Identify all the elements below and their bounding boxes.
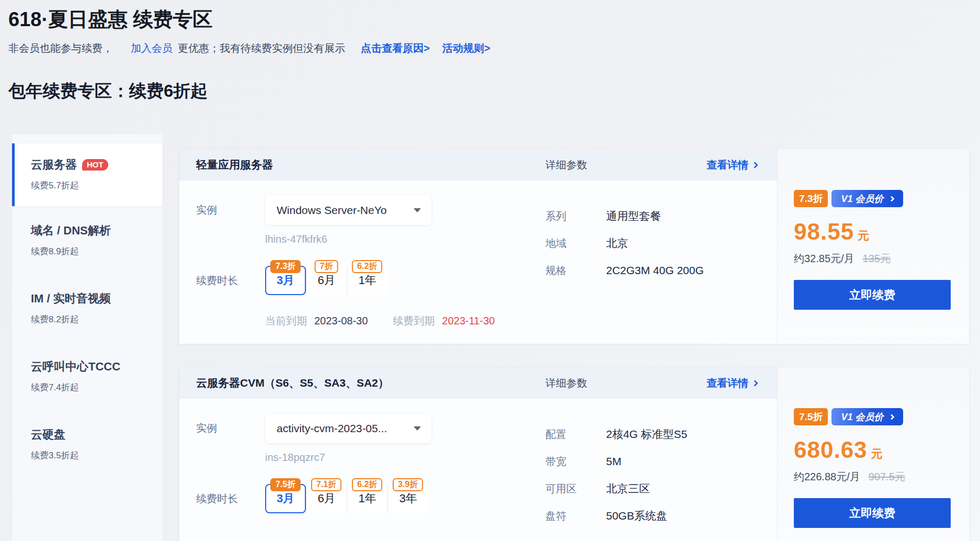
product-card-lighthouse: 轻量应用服务器 详细参数 查看详情 实例 Windows Ser (179, 149, 969, 344)
spec-column: 系列 通用型套餐 地域 北京 规格 2C2G3M 40G 200G (545, 195, 777, 328)
period-option-6m[interactable]: 7.1折 6月 (306, 484, 347, 513)
sidebar-item-title: 云硬盘 (31, 427, 152, 443)
sidebar-item-label: 云呼叫中心TCCC (31, 359, 120, 375)
instance-select-value: activity-cvm-2023-05... (277, 422, 387, 435)
sidebar-item-tccc[interactable]: 云呼叫中心TCCC 续费7.4折起 (12, 342, 163, 410)
spec-label: 盘符 (545, 509, 606, 523)
card-title: 轻量应用服务器 (196, 157, 273, 172)
spec-value: 2核4G 标准型S5 (606, 427, 687, 442)
spec-value: 5M (606, 455, 621, 468)
spec-row: 系列 通用型套餐 (545, 202, 777, 230)
spec-value: 北京三区 (606, 481, 650, 496)
view-detail-link[interactable]: 查看详情 (706, 376, 757, 390)
sidebar-item-label: 云服务器 (31, 157, 77, 173)
member-price-badge[interactable]: V1 会员价 (831, 408, 903, 425)
period-option-1y[interactable]: 6.2折 1年 (347, 484, 388, 513)
price-badges: 7.3折 V1 会员价 (794, 190, 969, 207)
card-body: 实例 activity-cvm-2023-05... ins-18pqzrc7 … (179, 399, 777, 541)
spec-value: 2C2G3M 40G 200G (606, 264, 704, 277)
period-option-1y[interactable]: 6.2折 1年 (347, 266, 388, 295)
spec-row: 规格 2C2G3M 40G 200G (545, 257, 777, 284)
view-detail-link[interactable]: 查看详情 (706, 158, 757, 172)
chevron-down-icon (414, 426, 421, 431)
instance-label: 实例 (196, 421, 265, 435)
price-panel: 7.5折 V1 会员价 680.63 元 约226.88元/月 907.5元 (777, 367, 969, 541)
discount-badge: 6.2折 (352, 260, 382, 273)
hot-badge: HOT (82, 159, 108, 171)
spec-label: 系列 (545, 209, 606, 223)
view-reason-link[interactable]: 点击查看原因> (361, 41, 430, 55)
original-price: 135元 (863, 252, 891, 266)
product-card-cvm: 云服务器CVM（S6、S5、SA3、SA2） 详细参数 查看详情 实例 (179, 367, 969, 541)
discount-badge: 7.5折 (794, 408, 828, 425)
member-price-badge[interactable]: V1 会员价 (831, 190, 903, 207)
price-monthly-row: 约32.85元/月 135元 (794, 252, 969, 266)
discount-badge: 7.3折 (794, 190, 828, 207)
monthly-price: 约226.88元/月 (794, 470, 860, 484)
instance-select-value: Windows Server-NeYo (277, 204, 386, 217)
period-option-6m[interactable]: 7折 6月 (306, 266, 347, 295)
sidebar-item-discount: 续费8.9折起 (31, 245, 152, 257)
subtitle-row: 非会员也能参与续费， 加入会员 更优惠；我有待续费实例但没有展示 点击查看原因>… (8, 41, 969, 55)
instance-id: ins-18pqzrc7 (265, 452, 545, 464)
duration-label: 续费时长 (196, 274, 265, 288)
sidebar-item-label: IM / 实时音视频 (31, 291, 111, 307)
duration-row: 续费时长 7.5折 3月 7.1折 6月 (196, 478, 545, 513)
product-card-list: 轻量应用服务器 详细参数 查看详情 实例 Windows Ser (179, 149, 969, 541)
renew-expire-label: 续费到期 (393, 314, 435, 328)
sidebar-item-discount: 续费5.7折起 (31, 179, 152, 191)
sidebar-item-im-trtc[interactable]: IM / 实时音视频 续费8.2折起 (12, 274, 163, 342)
instance-label: 实例 (196, 203, 265, 217)
discount-badge: 7.1折 (311, 478, 341, 491)
price-amount: 680.63 元 (794, 437, 969, 463)
params-column-label: 详细参数 (545, 158, 587, 172)
chevron-right-icon (889, 196, 895, 201)
form-column: 实例 Windows Server-NeYo lhins-47fkfrk6 续费… (196, 195, 545, 328)
activity-rules-link[interactable]: 活动规则> (442, 41, 491, 55)
chevron-down-icon (414, 208, 421, 212)
subtitle-text-1: 非会员也能参与续费， (8, 41, 113, 55)
spec-row: 盘符 50GB系统盘 (545, 502, 777, 529)
period-option-3m[interactable]: 7.3折 3月 (265, 266, 306, 295)
member-price-label: V1 会员价 (841, 193, 883, 205)
sidebar-item-domain-dns[interactable]: 域名 / DNS解析 续费8.9折起 (12, 206, 163, 274)
params-column-label: 详细参数 (545, 376, 587, 390)
monthly-price: 约32.85元/月 (794, 252, 854, 266)
spec-row: 配置 2核4G 标准型S5 (545, 421, 777, 448)
price-number: 680.63 (794, 437, 868, 463)
card-main-area: 轻量应用服务器 详细参数 查看详情 实例 Windows Ser (179, 149, 777, 344)
period-option-3y[interactable]: 3.9折 3年 (388, 484, 428, 513)
spec-column: 配置 2核4G 标准型S5 带宽 5M 可用区 北京三区 (545, 413, 777, 529)
price-badges: 7.5折 V1 会员价 (794, 408, 969, 425)
price-unit: 元 (871, 446, 883, 462)
period-option-3m[interactable]: 7.5折 3月 (265, 484, 306, 513)
spec-label: 配置 (545, 427, 606, 442)
renew-now-button[interactable]: 立即续费 (794, 280, 951, 310)
chevron-right-icon (751, 380, 758, 387)
spec-row: 地域 北京 (545, 230, 777, 257)
spec-label: 地域 (545, 236, 606, 251)
sidebar-item-cloud-disk[interactable]: 云硬盘 续费3.5折起 (12, 410, 163, 478)
instance-row: 实例 activity-cvm-2023-05... (196, 413, 545, 443)
spec-value: 北京 (606, 236, 628, 251)
instance-select[interactable]: Windows Server-NeYo (265, 195, 431, 225)
join-member-link[interactable]: 加入会员 (131, 41, 173, 55)
instance-select[interactable]: activity-cvm-2023-05... (265, 413, 431, 443)
card-body: 实例 Windows Server-NeYo lhins-47fkfrk6 续费… (179, 181, 777, 344)
card-main-area: 云服务器CVM（S6、S5、SA3、SA2） 详细参数 查看详情 实例 (179, 367, 777, 541)
renew-now-button[interactable]: 立即续费 (794, 498, 951, 528)
discount-badge: 7折 (315, 260, 338, 273)
current-expire-date: 2023-08-30 (314, 315, 368, 327)
sidebar-item-cloud-server[interactable]: 云服务器 HOT 续费5.7折起 (12, 143, 163, 206)
renew-expire-date: 2023-11-30 (442, 315, 495, 327)
category-sidebar: 云服务器 HOT 续费5.7折起 域名 / DNS解析 续费8.9折起 IM /… (12, 133, 163, 541)
discount-badge: 7.3折 (270, 260, 301, 273)
price-amount: 98.55 元 (794, 219, 969, 245)
duration-row: 续费时长 7.3折 3月 7折 6月 (196, 260, 545, 295)
price-unit: 元 (858, 228, 869, 244)
view-detail-label: 查看详情 (706, 158, 748, 172)
duration-label: 续费时长 (196, 492, 265, 506)
spec-value: 通用型套餐 (606, 209, 661, 223)
view-detail-label: 查看详情 (706, 376, 748, 390)
discount-badge: 7.5折 (270, 478, 301, 491)
